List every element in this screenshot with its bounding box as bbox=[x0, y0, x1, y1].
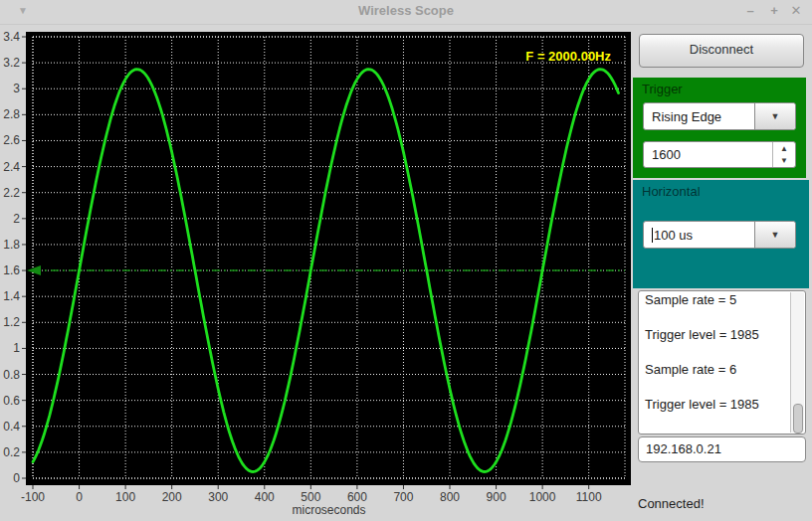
y-tick-label: 3 bbox=[13, 82, 20, 95]
y-tick-label: 0.4 bbox=[3, 420, 20, 434]
trigger-edge-dropdown-button[interactable]: ▼ bbox=[754, 103, 795, 129]
x-tick-label: 900 bbox=[487, 490, 507, 504]
log-line: Trigger level = 1985 bbox=[645, 387, 805, 422]
y-tick-label: 1.8 bbox=[3, 238, 20, 252]
y-tick-label: 2.6 bbox=[3, 133, 20, 147]
chevron-down-icon: ▼ bbox=[771, 111, 780, 121]
trigger-level-spinbox[interactable]: 1600 ▲ ▼ bbox=[643, 141, 796, 168]
log-scrollbar-thumb[interactable] bbox=[793, 404, 803, 434]
trigger-edge-value: Rising Edge bbox=[644, 109, 754, 124]
y-tick-label: 0 bbox=[13, 471, 20, 485]
text-cursor bbox=[652, 228, 653, 243]
x-tick-label: 300 bbox=[208, 490, 228, 504]
y-tick-label: 0.6 bbox=[3, 394, 20, 408]
y-tick-label: 2.4 bbox=[3, 160, 20, 174]
x-tick-label: 1100 bbox=[576, 490, 602, 504]
x-tick-label: 600 bbox=[347, 490, 367, 504]
y-tick-label: 1.6 bbox=[3, 263, 20, 277]
timebase-dropdown-button[interactable]: ▼ bbox=[754, 222, 795, 248]
y-tick-label: 2 bbox=[13, 212, 20, 226]
close-button[interactable]: ✕ bbox=[786, 2, 806, 20]
log-content: Sample rate = 5Trigger level = 1985Sampl… bbox=[639, 290, 805, 422]
y-tick-label: 0.2 bbox=[3, 445, 20, 459]
log-line: Sample rate = 5 bbox=[645, 290, 805, 317]
minimize-button[interactable]: – bbox=[740, 2, 760, 20]
chevron-down-icon: ▼ bbox=[771, 230, 780, 240]
log-textarea[interactable]: Sample rate = 5Trigger level = 1985Sampl… bbox=[638, 290, 806, 434]
connection-status-label: Connected! bbox=[638, 496, 705, 511]
y-tick-label: 2.2 bbox=[3, 186, 20, 200]
trigger-edge-select[interactable]: Rising Edge ▼ bbox=[643, 102, 796, 130]
title-bar[interactable]: ▼ Wireless Scope – + ✕ bbox=[0, 0, 812, 25]
ip-address-input[interactable]: 192.168.0.21 bbox=[638, 436, 806, 462]
timebase-value[interactable]: 100 us bbox=[644, 228, 754, 243]
disconnect-button[interactable]: Disconnect bbox=[639, 34, 804, 68]
spin-down-icon[interactable]: ▼ bbox=[773, 155, 795, 168]
y-tick-label: 3.4 bbox=[3, 30, 20, 44]
y-tick-label: 3.2 bbox=[3, 56, 20, 70]
spin-up-icon[interactable]: ▲ bbox=[773, 142, 795, 155]
y-tick-label: 1.2 bbox=[3, 315, 20, 329]
y-tick-label: 0.8 bbox=[3, 368, 20, 382]
trigger-panel-title: Trigger bbox=[633, 78, 806, 96]
frequency-readout: F = 2000.00Hz bbox=[525, 49, 611, 64]
x-tick-label: 400 bbox=[255, 490, 275, 504]
x-tick-label: 100 bbox=[115, 490, 135, 504]
spinner-arrows: ▲ ▼ bbox=[772, 142, 795, 167]
y-tick-label: 1.4 bbox=[3, 289, 20, 303]
timebase-combobox[interactable]: 100 us ▼ bbox=[643, 221, 796, 249]
x-tick-label: 500 bbox=[301, 490, 320, 504]
log-line: Trigger level = 1985 bbox=[645, 317, 805, 352]
x-tick-label: 800 bbox=[440, 490, 460, 504]
horizontal-panel-title: Horizontal bbox=[633, 180, 809, 199]
log-line: Sample rate = 6 bbox=[645, 352, 805, 387]
x-tick-label: -100 bbox=[21, 490, 45, 504]
x-tick-label: 700 bbox=[393, 490, 413, 504]
trigger-level-value[interactable]: 1600 bbox=[644, 147, 772, 162]
x-axis-label: microseconds bbox=[292, 503, 365, 517]
scope-plot-area[interactable]: -100010020030040050060070080090010001100… bbox=[0, 24, 637, 521]
x-tick-label: 200 bbox=[162, 490, 182, 504]
x-tick-label: 1000 bbox=[529, 490, 556, 504]
log-scrollbar[interactable] bbox=[790, 292, 804, 433]
window-title: Wireless Scope bbox=[0, 3, 812, 18]
scope-plot-svg: -100010020030040050060070080090010001100… bbox=[0, 24, 637, 521]
y-tick-label: 2.8 bbox=[3, 107, 20, 121]
x-tick-label: 0 bbox=[76, 490, 83, 504]
y-tick-label: 1 bbox=[13, 341, 20, 355]
maximize-button[interactable]: + bbox=[764, 2, 784, 20]
